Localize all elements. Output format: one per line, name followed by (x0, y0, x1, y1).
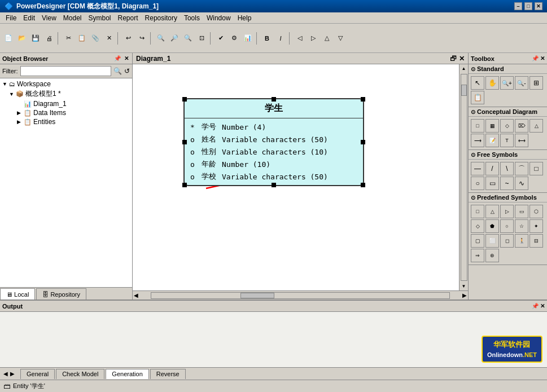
tb-check[interactable]: ✔ (215, 32, 227, 45)
menu-tools[interactable]: Tools (181, 13, 203, 23)
handle-tc[interactable] (272, 97, 276, 102)
tool-hand[interactable]: ✋ (485, 76, 499, 90)
tool-circle[interactable]: ○ (471, 177, 484, 190)
tree-workspace[interactable]: ▼ 🗂 Workspace (1, 80, 131, 89)
tool-line[interactable]: — (471, 162, 484, 175)
tool-entity[interactable]: □ (471, 119, 484, 133)
tb-print[interactable]: 🖨 (43, 32, 55, 45)
tb-align-up[interactable]: △ (321, 32, 333, 45)
tree-data-items[interactable]: ▶ 📋 Data Items (1, 108, 131, 117)
tool-asso[interactable]: ⌦ (515, 119, 528, 133)
tool-p16[interactable]: ⇒ (471, 249, 484, 262)
tree-diagram[interactable]: 📊 Diagram_1 (1, 99, 131, 108)
tool-wave[interactable]: ~ (500, 177, 514, 190)
minimize-button[interactable]: – (514, 2, 522, 10)
tab-check-model[interactable]: Check Model (56, 369, 104, 379)
tool-inherit[interactable]: △ (530, 119, 543, 133)
scroll-right-arrow[interactable]: ▶ (461, 292, 468, 298)
tb-zoom-in[interactable]: 🔎 (168, 32, 181, 45)
scroll-up-arrow[interactable]: ▲ (460, 64, 468, 73)
menu-repository[interactable]: Repository (142, 13, 181, 23)
tree-model[interactable]: ▼ 📦 概念模型1 * (1, 89, 131, 99)
tb-undo[interactable]: ↩ (122, 32, 134, 45)
tool-p5[interactable]: ⬡ (530, 205, 543, 218)
tb-report[interactable]: 📊 (242, 32, 254, 45)
tab-general[interactable]: General (20, 369, 55, 379)
predef-section-header[interactable]: ⊙ Predefined Symbols (469, 193, 547, 202)
tool-p8[interactable]: ○ (500, 219, 514, 233)
tool-rel[interactable]: ◇ (500, 119, 514, 133)
free-section-header[interactable]: ⊙ Free Symbols (469, 150, 547, 160)
menu-model[interactable]: Model (60, 13, 85, 23)
tb-save[interactable]: 💾 (29, 32, 42, 45)
tb-italic[interactable]: I (274, 32, 287, 45)
tb-align-left[interactable]: ◁ (294, 32, 306, 45)
diagram-float-icon[interactable]: 🗗 (450, 55, 457, 63)
tool-rounded[interactable]: ▭ (485, 177, 499, 190)
tool-p2[interactable]: △ (485, 205, 499, 218)
menu-view[interactable]: View (38, 13, 60, 23)
tb-bold[interactable]: B (261, 32, 273, 45)
scroll-track[interactable] (461, 74, 467, 281)
tool-diag2[interactable]: \ (500, 162, 514, 175)
tool-text[interactable]: T (500, 134, 514, 147)
menu-symbol[interactable]: Symbol (85, 13, 115, 23)
horizontal-scrollbar[interactable]: ◀ ▶ (133, 290, 468, 299)
handle-tr[interactable] (361, 97, 365, 102)
conceptual-section-header[interactable]: ⊙ Conceptual Diagram (469, 107, 547, 117)
h-scroll-track[interactable] (151, 292, 450, 299)
tool-rect[interactable]: □ (530, 162, 543, 175)
tb-fit[interactable]: ⊡ (195, 32, 208, 45)
output-close[interactable]: ✕ (540, 303, 545, 309)
handle-bl[interactable] (182, 183, 187, 187)
vertical-scrollbar[interactable]: ▲ ▼ (459, 64, 468, 290)
output-pin[interactable]: 📌 (532, 303, 539, 309)
maximize-button[interactable]: □ (524, 2, 532, 10)
tb-new[interactable]: 📄 (2, 32, 15, 45)
tb-align-right[interactable]: ▷ (307, 32, 320, 45)
menu-report[interactable]: Report (115, 13, 142, 23)
handle-mr[interactable] (361, 140, 365, 144)
toolbox-close[interactable]: ✕ (540, 55, 545, 61)
entity-box[interactable]: 学生 * 学号 Number (4) o 姓名 Variable charact… (183, 98, 364, 186)
tool-p14[interactable]: 🚶 (515, 234, 528, 248)
tb-copy[interactable]: 📋 (76, 32, 88, 45)
bottom-nav-left[interactable]: ◀ (2, 371, 9, 377)
toolbox-pin[interactable]: 📌 (532, 55, 539, 61)
tool-p3[interactable]: ▷ (500, 205, 514, 218)
close-button[interactable]: ✕ (535, 2, 542, 10)
handle-br[interactable] (361, 183, 365, 187)
scroll-down-arrow[interactable]: ▼ (460, 282, 468, 290)
tool-table[interactable]: ▦ (485, 119, 499, 133)
tool-pointer[interactable]: ↖ (471, 76, 484, 90)
tool-arc[interactable]: ⌒ (515, 162, 528, 175)
handle-tl[interactable] (182, 97, 187, 102)
tb-zoom-out[interactable]: 🔍 (182, 32, 194, 45)
tool-zoom-in[interactable]: 🔍+ (500, 76, 514, 90)
tool-p9[interactable]: ☆ (515, 219, 528, 233)
tab-reverse[interactable]: Reverse (150, 369, 186, 379)
diagram-close-icon[interactable]: ✕ (459, 55, 465, 63)
tb-cut[interactable]: ✂ (62, 32, 75, 45)
bottom-nav-right[interactable]: ▶ (9, 371, 16, 377)
tab-repository[interactable]: 🗄 Repository (36, 288, 86, 299)
tool-zigzag[interactable]: ∿ (515, 177, 528, 190)
tool-p1[interactable]: □ (471, 205, 484, 218)
standard-section-header[interactable]: ⊙ Standard (469, 64, 547, 74)
tool-properties[interactable]: 📋 (471, 91, 484, 104)
filter-search-icon[interactable]: 🔍 (113, 67, 122, 75)
tool-p12[interactable]: ⬜ (485, 234, 499, 248)
filter-input[interactable] (20, 66, 112, 76)
ob-close[interactable]: ✕ (123, 55, 130, 61)
tb-open[interactable]: 📂 (16, 32, 28, 45)
menu-edit[interactable]: Edit (20, 13, 38, 23)
tab-generation[interactable]: Generation (106, 369, 148, 379)
tool-diag1[interactable]: / (485, 162, 499, 175)
handle-ml[interactable] (182, 140, 187, 144)
tool-p10[interactable]: ✦ (530, 219, 543, 233)
tool-p7[interactable]: ⬟ (485, 219, 499, 233)
tb-align-down[interactable]: ▽ (334, 32, 347, 45)
filter-clear-icon[interactable]: ↺ (124, 67, 130, 75)
tab-local[interactable]: 🖥 Local (0, 288, 35, 299)
ob-pin[interactable]: 📌 (113, 55, 122, 61)
